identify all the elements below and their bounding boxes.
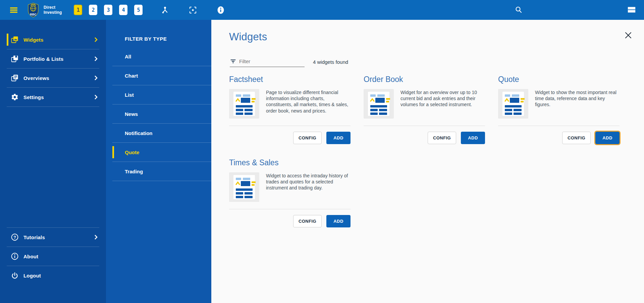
config-button[interactable]: CONFIG	[562, 132, 591, 144]
workspace-tab-3[interactable]: 3	[104, 5, 112, 15]
widget-card-title: Factsheet	[229, 75, 351, 85]
sidebar-item-label: Portfolio & Lists	[23, 56, 63, 62]
widget-thumbnail	[229, 89, 259, 119]
widgets-dialog: Widgets 4 widgets found Factsheet	[211, 20, 644, 303]
filter-option-label: Trading	[125, 169, 143, 174]
add-button-highlighted[interactable]: ADD	[595, 132, 620, 144]
filter-option-news[interactable]: News	[112, 104, 211, 124]
sidebar-item-tutorials[interactable]: ? Tutorials	[7, 227, 99, 247]
widget-card-grid: Factsheet Page to visualize different fi…	[229, 75, 620, 227]
widget-card-quote: Quote Widget to show the most important …	[498, 75, 620, 144]
settings-gear-icon	[11, 93, 19, 101]
top-bar: RBC Direct Investing 1 2 3 4 5	[0, 0, 644, 20]
workspace-tab-5[interactable]: 5	[134, 5, 143, 15]
workspace-tab-4[interactable]: 4	[119, 5, 127, 15]
widget-filter-field[interactable]	[230, 56, 305, 67]
app-window: RBC Direct Investing 1 2 3 4 5	[0, 0, 644, 303]
widget-description: Widget for an overview over up to 10 cur…	[400, 89, 485, 126]
widgets-icon	[11, 36, 19, 44]
rbc-shield-icon: RBC	[28, 3, 39, 17]
filter-option-label: News	[125, 111, 138, 117]
filter-list-icon	[230, 58, 236, 65]
sidebar-item-label: Logout	[23, 273, 41, 278]
rbc-logo: RBC Direct Investing	[28, 3, 62, 17]
sidebar-item-widgets[interactable]: Widgets	[7, 30, 99, 49]
workspace-tabs: 1 2 3 4 5	[74, 5, 143, 15]
sidebar-item-portfolio-lists[interactable]: Portfolio & Lists	[7, 49, 99, 69]
filter-option-label: All	[125, 54, 131, 59]
filter-option-label: Chart	[125, 73, 138, 79]
filter-option-label: Quote	[125, 149, 139, 155]
filter-option-quote[interactable]: Quote	[112, 143, 211, 162]
sidebar-item-about[interactable]: About	[7, 247, 99, 266]
filter-option-label: Notification	[125, 130, 153, 136]
widget-filter-input[interactable]	[239, 58, 300, 64]
config-button[interactable]: CONFIG	[293, 215, 322, 227]
layout-icon[interactable]	[627, 5, 636, 14]
widget-description: Page to visualize different financial in…	[266, 89, 351, 126]
widget-card-title: Times & Sales	[229, 158, 351, 168]
portfolio-icon	[11, 55, 19, 63]
filter-option-all[interactable]: All	[112, 47, 211, 66]
brand-name: Direct Investing	[44, 5, 62, 15]
sidebar: Widgets Portfolio & Lists Overviews	[0, 20, 106, 303]
chevron-right-icon	[93, 37, 99, 42]
widget-card-factsheet: Factsheet Page to visualize different fi…	[229, 75, 351, 144]
filter-option-label: List	[125, 92, 134, 98]
workspace-tab-2[interactable]: 2	[89, 5, 97, 15]
widget-description: Widget to access the intraday history of…	[266, 172, 351, 209]
filter-by-type-panel: FILTER BY TYPE All Chart List News Notif…	[106, 20, 211, 303]
widget-thumbnail	[229, 172, 259, 202]
sidebar-footer: ? Tutorials About Logout	[0, 227, 106, 285]
sidebar-item-label: Widgets	[23, 37, 44, 43]
chevron-right-icon	[93, 75, 99, 81]
scan-icon[interactable]	[189, 6, 197, 14]
add-button[interactable]: ADD	[326, 132, 351, 144]
overviews-icon	[11, 74, 19, 82]
filter-option-chart[interactable]: Chart	[112, 66, 211, 85]
tools-icon[interactable]	[161, 6, 169, 14]
add-button[interactable]: ADD	[461, 132, 485, 144]
add-button[interactable]: ADD	[326, 215, 351, 227]
widget-description: Widget to show the most important real t…	[535, 89, 620, 126]
widget-thumbnail	[364, 89, 394, 119]
results-count: 4 widgets found	[313, 59, 348, 65]
widget-card-order-book: Order Book Widget for an overview over u…	[364, 75, 485, 144]
search-icon[interactable]	[514, 5, 523, 14]
sidebar-item-label: Settings	[23, 94, 44, 100]
info-icon[interactable]	[216, 6, 225, 14]
widget-card-title: Quote	[498, 75, 620, 85]
widget-card-title: Order Book	[364, 75, 485, 85]
svg-text:RBC: RBC	[30, 13, 37, 16]
sidebar-item-label: About	[23, 254, 38, 259]
svg-text:?: ?	[13, 235, 16, 240]
sidebar-item-label: Overviews	[23, 75, 49, 81]
widget-card-times-sales: Times & Sales Widget to access the intra…	[229, 158, 351, 227]
close-icon[interactable]	[624, 31, 633, 40]
hamburger-menu-icon[interactable]	[9, 6, 18, 14]
filter-option-list[interactable]: List	[112, 85, 211, 104]
info-circle-icon	[11, 252, 19, 260]
chevron-right-icon	[93, 234, 99, 240]
widget-thumbnail	[498, 89, 528, 119]
config-button[interactable]: CONFIG	[293, 132, 322, 144]
chevron-right-icon	[93, 94, 99, 100]
sidebar-item-label: Tutorials	[23, 234, 45, 240]
sidebar-item-overviews[interactable]: Overviews	[7, 69, 99, 88]
filter-option-trading[interactable]: Trading	[112, 162, 211, 181]
page-title: Widgets	[229, 31, 267, 43]
sidebar-item-logout[interactable]: Logout	[7, 266, 99, 285]
sidebar-item-settings[interactable]: Settings	[7, 88, 99, 107]
filter-panel-title: FILTER BY TYPE	[106, 20, 211, 42]
filter-option-notification[interactable]: Notification	[112, 124, 211, 143]
help-circle-icon: ?	[11, 233, 19, 241]
filter-option-list: All Chart List News Notification Quote T…	[106, 47, 211, 181]
chevron-right-icon	[93, 56, 99, 61]
power-icon	[11, 272, 19, 280]
workspace-tab-1[interactable]: 1	[74, 5, 82, 15]
config-button[interactable]: CONFIG	[428, 132, 456, 144]
